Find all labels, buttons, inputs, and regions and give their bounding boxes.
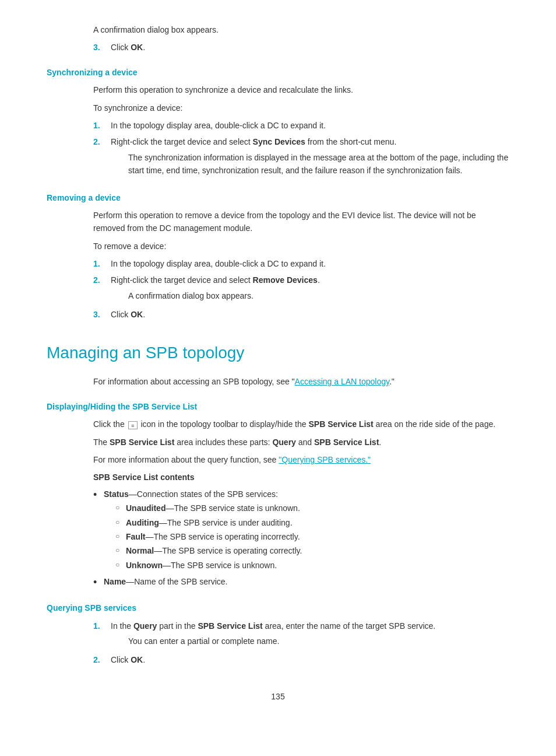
query-step2: 2. Click OK. [93, 653, 509, 666]
sync-para1: Perform this operation to synchronize a … [93, 83, 509, 96]
spb-bullet-list: • Status—Connection states of the SPB se… [93, 488, 509, 590]
sync-step1-num: 1. [93, 119, 111, 132]
intro-step3: 3. Click OK. [93, 41, 509, 54]
sub-fault-content: Fault—The SPB service is operating incor… [126, 530, 300, 543]
remove-step3-num: 3. [93, 308, 111, 321]
sub-dot-auditing: ○ [115, 516, 126, 528]
intro-confirmation: A confirmation dialog box appears. 3. Cl… [47, 23, 509, 54]
query-step1-num: 1. [93, 620, 111, 632]
sync-step1-content: In the topology display area, double-cli… [111, 119, 509, 132]
sync-step2: 2. Right-click the target device and sel… [93, 135, 509, 179]
remove-step1-num: 1. [93, 257, 111, 270]
sub-bullet-auditing: ○ Auditing—The SPB service is under audi… [115, 516, 302, 529]
query-step1-sub: You can enter a partial or complete name… [128, 635, 509, 648]
query-step1: 1. In the Query part in the SPB Service … [93, 620, 509, 650]
remove-step3: 3. Click OK. [93, 308, 509, 321]
remove-step1: 1. In the topology display area, double-… [93, 257, 509, 270]
sub-bullet-fault: ○ Fault—The SPB service is operating inc… [115, 530, 302, 543]
spb-list-icon: ≡ [128, 421, 138, 429]
managing-intro: For information about accessing an SPB t… [93, 375, 509, 388]
remove-section: Removing a device Perform this operation… [47, 191, 509, 321]
remove-step1-content: In the topology display area, double-cli… [111, 257, 509, 270]
remove-step2-content: Right-click the target device and select… [111, 274, 509, 304]
page-number: 135 [47, 690, 509, 703]
sub-unaudited-content: Unaudited—The SPB service state is unkno… [126, 502, 300, 514]
querying-section: Querying SPB services 1. In the Query pa… [47, 601, 509, 667]
query-step1-content: In the Query part in the SPB Service Lis… [111, 620, 509, 650]
managing-heading: Managing an SPB topology [47, 340, 509, 366]
sub-auditing-content: Auditing—The SPB service is under auditi… [126, 516, 293, 529]
sync-heading: Synchronizing a device [47, 66, 509, 79]
bullet-status-content: Status—Connection states of the SPB serv… [104, 488, 302, 573]
displaying-para3: For more information about the query fun… [93, 453, 509, 466]
remove-para1: Perform this operation to remove a devic… [93, 209, 509, 235]
query-step2-num: 2. [93, 653, 111, 666]
querying-heading: Querying SPB services [47, 601, 509, 614]
remove-step2-sub: A confirmation dialog box appears. [128, 289, 509, 302]
displaying-heading: Displaying/Hiding the SPB Service List [47, 400, 509, 413]
sub-dot-normal: ○ [115, 544, 126, 556]
managing-section: Managing an SPB topology For information… [47, 340, 509, 388]
sync-step2-sub: The synchronization information is displ… [128, 151, 509, 177]
sub-dot-fault: ○ [115, 530, 126, 542]
sub-dot-unknown: ○ [115, 559, 126, 570]
sync-step1: 1. In the topology display area, double-… [93, 119, 509, 132]
sync-para2: To synchronize a device: [93, 102, 509, 114]
sub-normal-content: Normal—The SPB service is operating corr… [126, 544, 302, 557]
sub-bullet-unknown: ○ Unknown—The SPB service is unknown. [115, 559, 302, 572]
sync-step2-content: Right-click the target device and select… [111, 135, 509, 179]
sync-step2-num: 2. [93, 135, 111, 148]
sub-unknown-content: Unknown—The SPB service is unknown. [126, 559, 277, 572]
sync-section: Synchronizing a device Perform this oper… [47, 66, 509, 180]
displaying-para1: Click the ≡ icon in the topology toolbar… [93, 418, 509, 430]
accessing-lan-link[interactable]: Accessing a LAN topology [295, 377, 389, 386]
querying-spb-link[interactable]: "Querying SPB services." [279, 455, 371, 464]
spb-contents-label: SPB Service List contents [93, 471, 509, 484]
bullet-name-content: Name—Name of the SPB service. [104, 575, 227, 588]
remove-step2-num: 2. [93, 274, 111, 286]
sub-dot-unaudited: ○ [115, 502, 126, 513]
bullet-name: • Name—Name of the SPB service. [93, 575, 509, 590]
remove-heading: Removing a device [47, 191, 509, 204]
step3-number: 3. [93, 41, 111, 54]
remove-para2: To remove a device: [93, 240, 509, 253]
bullet-dot-name: • [93, 575, 104, 590]
sub-bullet-unaudited: ○ Unaudited—The SPB service state is unk… [115, 502, 302, 514]
remove-step2: 2. Right-click the target device and sel… [93, 274, 509, 304]
displaying-section: Displaying/Hiding the SPB Service List C… [47, 400, 509, 590]
sub-bullet-normal: ○ Normal—The SPB service is operating co… [115, 544, 302, 557]
displaying-para2: The SPB Service List area includes these… [93, 436, 509, 449]
status-sub-list: ○ Unaudited—The SPB service state is unk… [115, 502, 302, 572]
bullet-dot-status: • [93, 488, 104, 502]
query-step2-content: Click OK. [111, 653, 509, 666]
step3-content: Click OK. [111, 41, 509, 54]
bullet-status: • Status—Connection states of the SPB se… [93, 488, 509, 573]
confirmation-text: A confirmation dialog box appears. [93, 23, 509, 36]
remove-step3-content: Click OK. [111, 308, 509, 321]
